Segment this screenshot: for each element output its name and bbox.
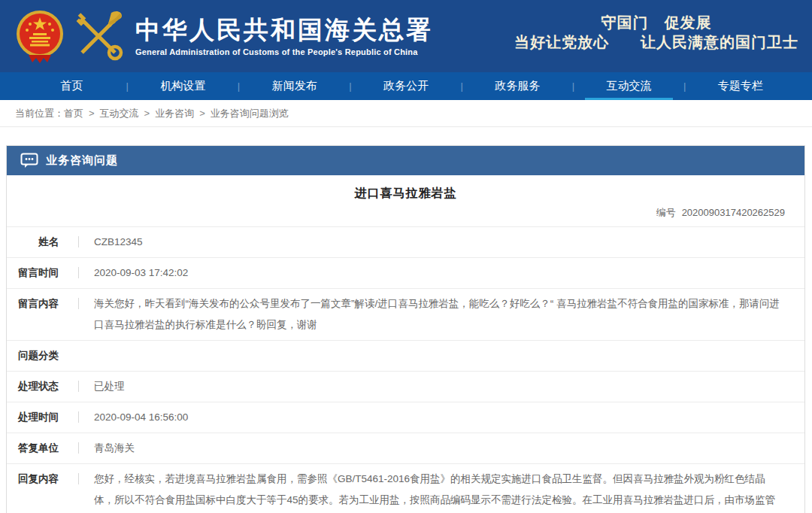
breadcrumb-link-interaction[interactable]: 互动交流: [100, 107, 139, 120]
field-value: 已处理: [79, 372, 804, 402]
nav-separator: |: [123, 72, 131, 100]
site-subtitle: General Administration of Customs of the…: [135, 47, 433, 56]
nav-item-home[interactable]: 首页: [20, 72, 123, 100]
breadcrumb-separator: >: [89, 108, 95, 119]
nav-separator: |: [458, 72, 465, 100]
nav-separator: |: [235, 72, 243, 100]
field-label: 处理时间: [7, 402, 78, 433]
nav-separator: |: [569, 72, 577, 100]
nav-item-gov-services[interactable]: 政务服务: [465, 72, 569, 100]
field-value: 您好，经核实，若进境喜马拉雅岩盐属食用，需参照《GB/T5461-2016食用盐…: [79, 464, 804, 513]
breadcrumb-current-page: 业务咨询问题浏览: [211, 107, 289, 120]
nav-item-special-topics[interactable]: 专题专栏: [689, 72, 792, 100]
national-emblem-icon: [12, 8, 68, 64]
field-value: 2020-09-03 17:42:02: [79, 258, 804, 288]
breadcrumb-separator: >: [199, 108, 205, 119]
nav-separator: |: [681, 72, 689, 100]
nav-item-gov-disclosure[interactable]: 政务公开: [354, 72, 458, 100]
table-row-reply-content: 回复内容 您好，经核实，若进境喜马拉雅岩盐属食用，需参照《GB/T5461-20…: [7, 464, 804, 513]
table-row-status: 处理状态 已处理: [7, 372, 804, 402]
serial-number: 2020090317420262529: [682, 207, 785, 218]
field-label: 问题分类: [7, 341, 78, 371]
slogan-block: 守国门 促发展 当好让党放心 让人民满意的国门卫士: [514, 13, 798, 52]
breadcrumb: 当前位置： 首页 > 互动交流 > 业务咨询 > 业务咨询问题浏览: [0, 100, 812, 127]
field-label: 回复内容: [7, 464, 78, 494]
nav-separator: |: [347, 72, 354, 100]
field-value: 海关您好，昨天看到“海关发布的公众号里发布了一篇文章”解读/进口喜马拉雅岩盐，能…: [79, 289, 804, 340]
site-title: 中华人民共和国海关总署: [135, 17, 433, 44]
subject-block: 进口喜马拉雅岩盐 编号2020090317420262529: [7, 175, 804, 227]
field-value: [79, 341, 804, 371]
subject-title: 进口喜马拉雅岩盐: [26, 186, 785, 202]
slogan-line-1: 守国门 促发展: [514, 13, 798, 32]
customs-key-caduceus-icon: [72, 8, 125, 64]
serial-line: 编号2020090317420262529: [26, 206, 785, 220]
field-label: 留言时间: [7, 258, 78, 288]
field-value: CZB12345: [79, 227, 804, 257]
field-label: 姓名: [7, 227, 78, 257]
consultation-panel: 业务咨询问题 进口喜马拉雅岩盐 编号2020090317420262529 姓名…: [6, 145, 805, 513]
slogan-line-2: 当好让党放心 让人民满意的国门卫士: [514, 32, 798, 52]
table-row-name: 姓名 CZB12345: [7, 227, 804, 258]
table-row-message-content: 留言内容 海关您好，昨天看到“海关发布的公众号里发布了一篇文章”解读/进口喜马拉…: [7, 289, 804, 341]
site-title-block[interactable]: 中华人民共和国海关总署 General Administration of Cu…: [135, 17, 433, 56]
nav-item-organization[interactable]: 机构设置: [131, 72, 235, 100]
field-label: 答复单位: [7, 433, 78, 463]
nav-item-news[interactable]: 新闻发布: [243, 72, 347, 100]
field-value: 青岛海关: [79, 433, 804, 463]
breadcrumb-prefix: 当前位置：: [15, 107, 64, 120]
panel-header: 业务咨询问题: [7, 146, 804, 175]
comment-bubble-icon: [20, 153, 38, 169]
main-nav: 首页 | 机构设置 | 新闻发布 | 政务公开 | 政务服务 | 互动交流 | …: [0, 72, 812, 100]
breadcrumb-separator: >: [144, 108, 150, 119]
field-label: 处理状态: [7, 372, 78, 402]
table-row-message-time: 留言时间 2020-09-03 17:42:02: [7, 258, 804, 289]
table-row-process-time: 处理时间 2020-09-04 16:56:00: [7, 402, 804, 433]
site-header: 中华人民共和国海关总署 General Administration of Cu…: [0, 0, 812, 72]
table-row-category: 问题分类: [7, 341, 804, 372]
panel-title: 业务咨询问题: [46, 153, 118, 168]
serial-label: 编号: [656, 207, 676, 218]
field-label: 留言内容: [7, 289, 78, 319]
breadcrumb-link-consultation[interactable]: 业务咨询: [155, 107, 194, 120]
nav-item-interaction[interactable]: 互动交流: [577, 72, 680, 100]
breadcrumb-link-home[interactable]: 首页: [64, 107, 83, 120]
table-row-reply-unit: 答复单位 青岛海关: [7, 433, 804, 464]
field-value: 2020-09-04 16:56:00: [79, 402, 804, 433]
